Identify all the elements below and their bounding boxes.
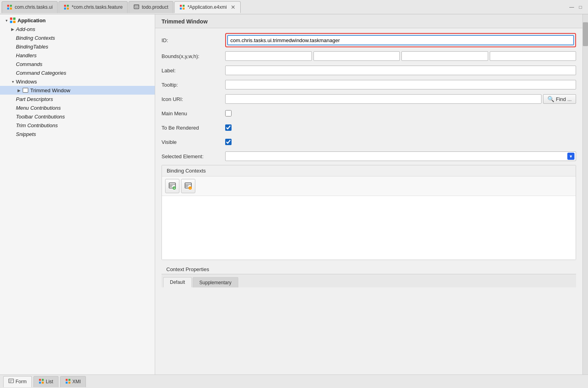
svg-rect-4 — [64, 5, 66, 7]
sidebar-item-label: Add-ons — [16, 26, 35, 32]
sidebar-item-label: Handlers — [16, 52, 37, 58]
svg-rect-10 — [135, 7, 138, 8]
bounds-inputs — [225, 51, 576, 61]
bounds-x-input[interactable] — [225, 51, 312, 61]
remove-binding-context-button[interactable]: - — [181, 179, 195, 193]
sidebar-item-binding-contexts[interactable]: ▶ Binding Contexts — [0, 33, 155, 42]
svg-text:-: - — [190, 186, 191, 190]
svg-text:+: + — [173, 186, 175, 190]
svg-rect-42 — [68, 382, 70, 384]
tab-label: *Application.e4xmi — [187, 4, 227, 10]
sidebar-item-commands[interactable]: ▶ Commands — [0, 60, 155, 68]
svg-rect-3 — [10, 8, 12, 10]
bounds-row: Bounds(x,y,w,h): — [162, 50, 576, 62]
footer-tab-form-label: Form — [16, 379, 27, 384]
visible-checkbox[interactable] — [225, 139, 232, 145]
tab-close-button[interactable]: ✕ — [231, 4, 236, 10]
sidebar-item-application[interactable]: ▾ Application — [0, 16, 155, 25]
maximize-button[interactable]: □ — [578, 4, 583, 10]
tab-label: todo.product — [142, 4, 168, 10]
sidebar-item-handlers[interactable]: ▶ Handlers — [0, 51, 155, 60]
sidebar-item-trimmed-window[interactable]: ▶ Trimmed Window — [0, 86, 155, 95]
sidebar-item-label: Commands — [16, 61, 42, 67]
main-menu-row: Main Menu — [162, 108, 576, 119]
label-label: Label: — [162, 68, 225, 74]
bottom-tab-supplementary[interactable]: Supplementary — [193, 277, 238, 287]
expand-arrow-windows: ▾ — [10, 78, 16, 85]
expand-arrow-addons: ▶ — [10, 26, 16, 32]
minimize-button[interactable]: — — [569, 4, 574, 10]
to-be-rendered-label: To Be Rendered — [162, 125, 225, 131]
sidebar-item-part-descriptors[interactable]: ▶ Part Descriptors — [0, 95, 155, 103]
svg-rect-38 — [42, 382, 44, 384]
scrollbar-thumb[interactable] — [583, 22, 588, 46]
content-area: Trimmed Window ID: Bounds(x,y,w,h): — [155, 14, 582, 374]
tab-bar: com.chris.tasks.ui *com.chris.tasks.feat… — [0, 0, 588, 14]
visible-label: Visible — [162, 139, 225, 145]
to-be-rendered-row: To Be Rendered — [162, 122, 576, 133]
sidebar-item-label: Binding Contexts — [16, 35, 55, 41]
sidebar-item-addons[interactable]: ▶ Add-ons — [0, 25, 155, 33]
sidebar-item-snippets[interactable]: ▶ Snippets — [0, 130, 155, 138]
window-icon — [22, 87, 29, 93]
svg-rect-39 — [66, 379, 68, 381]
visible-row: Visible — [162, 136, 576, 147]
sidebar-item-label: Command Categories — [16, 70, 66, 76]
selected-element-wrap: ▼ — [225, 151, 576, 161]
sidebar-item-menu-contributions[interactable]: ▶ Menu Contributions — [0, 103, 155, 112]
tab-com-chris-tasks-feature[interactable]: *com.chris.tasks.feature — [58, 1, 128, 13]
expand-arrow-application: ▾ — [3, 17, 10, 23]
find-button-label: Find ... — [556, 96, 572, 102]
binding-contexts-title: Binding Contexts — [162, 165, 576, 177]
footer-tab-xmi[interactable]: XMI — [60, 376, 86, 387]
bounds-w-input[interactable] — [401, 51, 488, 61]
sidebar-item-label: Toolbar Contributions — [16, 114, 65, 120]
svg-rect-8 — [134, 5, 139, 9]
footer-tab-form[interactable]: Form — [3, 376, 32, 387]
find-button[interactable]: 🔍 Find ... — [543, 94, 576, 104]
sidebar-item-trim-contributions[interactable]: ▶ Trim Contributions — [0, 121, 155, 130]
svg-rect-14 — [183, 8, 185, 10]
tooltip-input[interactable] — [225, 80, 576, 89]
tab-com-chris-tasks-ui[interactable]: com.chris.tasks.ui — [2, 1, 58, 13]
label-input[interactable] — [225, 66, 576, 75]
binding-list-area — [162, 196, 576, 260]
scrollbar-track[interactable] — [582, 14, 588, 374]
sidebar-item-command-categories[interactable]: ▶ Command Categories — [0, 68, 155, 77]
id-highlight-box — [225, 33, 576, 47]
tab-label: com.chris.tasks.ui — [15, 4, 53, 10]
tab-label: *com.chris.tasks.feature — [72, 4, 123, 10]
svg-rect-0 — [7, 5, 9, 7]
id-label: ID: — [162, 37, 225, 43]
svg-rect-22 — [169, 186, 172, 187]
svg-rect-36 — [42, 379, 44, 381]
bounds-label: Bounds(x,y,w,h): — [162, 53, 225, 59]
list-tab-icon — [39, 378, 44, 385]
to-be-rendered-checkbox[interactable] — [225, 124, 232, 131]
sidebar-item-label: Application — [18, 17, 46, 23]
add-binding-context-button[interactable]: + — [165, 179, 179, 193]
footer-tab-list[interactable]: List — [33, 376, 58, 387]
expand-arrow-trimmedwindow: ▶ — [16, 87, 22, 93]
sidebar-item-windows[interactable]: ▾ Windows — [0, 77, 155, 86]
icon-uri-input[interactable] — [225, 94, 541, 104]
svg-rect-1 — [10, 5, 12, 7]
tab-todo-product[interactable]: todo.product — [129, 1, 173, 13]
svg-rect-12 — [183, 5, 185, 7]
footer-bar: Form List XMI — [0, 374, 588, 388]
svg-rect-6 — [64, 8, 66, 10]
svg-rect-28 — [185, 186, 188, 187]
main-menu-checkbox[interactable] — [225, 110, 232, 116]
bottom-tab-default-label: Default — [170, 279, 185, 285]
bounds-h-input[interactable] — [490, 51, 576, 61]
bottom-tab-default[interactable]: Default — [163, 277, 192, 287]
bounds-y-input[interactable] — [313, 51, 400, 61]
tab-application-e4xmi[interactable]: *Application.e4xmi ✕ — [174, 1, 241, 13]
id-input[interactable] — [228, 35, 574, 45]
sidebar-item-binding-tables[interactable]: ▶ BindingTables — [0, 42, 155, 51]
xmi-tab-icon — [65, 378, 71, 385]
selected-element-input[interactable] — [225, 151, 576, 161]
binding-contexts-section: Binding Contexts + — [162, 165, 576, 260]
sidebar-item-toolbar-contributions[interactable]: ▶ Toolbar Contributions — [0, 112, 155, 121]
svg-rect-18 — [13, 21, 16, 23]
